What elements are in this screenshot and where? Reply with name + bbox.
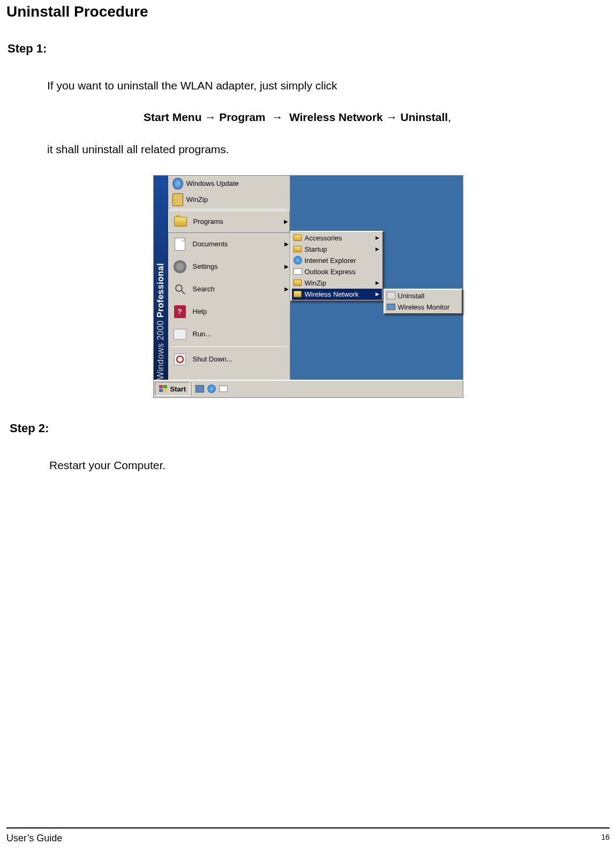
- menu-label: Help: [193, 307, 290, 315]
- screenshot-start-menu: Windows 2000 Professional Windows Update…: [153, 175, 463, 398]
- submenu-item-accessories[interactable]: Accessories ▶: [292, 232, 382, 244]
- step2-heading: Step 2:: [10, 421, 610, 435]
- menu-label: Windows Update: [186, 179, 290, 187]
- outlook-icon: [293, 267, 303, 276]
- winzip-icon: [172, 194, 183, 205]
- menu-label: Programs: [193, 217, 283, 225]
- svg-rect-2: [159, 385, 163, 388]
- svg-point-0: [176, 285, 182, 291]
- nav-part-program: Program: [219, 111, 265, 123]
- submenu-label: Accessories: [305, 234, 375, 242]
- menu-label: Settings: [193, 262, 283, 270]
- svg-line-1: [182, 291, 185, 294]
- menu-item-programs[interactable]: Programs ▶: [168, 210, 290, 233]
- menu-label: Documents: [193, 240, 283, 248]
- help-icon: ?: [172, 304, 187, 319]
- menu-item-help[interactable]: ? Help: [168, 300, 290, 323]
- run-icon: [172, 327, 187, 342]
- submenu-label: Wireless Network: [305, 290, 375, 298]
- submenu-arrow-icon: ▶: [375, 280, 381, 285]
- svg-rect-5: [163, 389, 167, 392]
- arrow-icon: →: [386, 111, 397, 123]
- submenu-label: Startup: [305, 245, 375, 253]
- folder-icon: [293, 290, 303, 298]
- windows-flag-icon: [159, 385, 168, 393]
- menu-item-run[interactable]: Run...: [168, 323, 290, 345]
- wireless-network-submenu: Uninstall Wireless Monitor: [384, 289, 463, 314]
- svg-rect-3: [163, 385, 167, 388]
- folder-icon: [173, 214, 188, 229]
- step1-line3: it shall uninstall all related programs.: [47, 142, 610, 156]
- start-menu-column: Windows Update WinZip Programs ▶ Documen…: [168, 176, 290, 380]
- shutdown-icon: [172, 352, 187, 367]
- banner-edition: Professional: [156, 263, 165, 318]
- menu-separator: [170, 346, 288, 347]
- submenu-label: WinZip: [305, 279, 375, 287]
- page-number: 16: [601, 833, 610, 844]
- menu-item-search[interactable]: Search ▶: [168, 278, 290, 300]
- submenu-item-wireless-network[interactable]: Wireless Network ▶: [292, 289, 382, 300]
- submenu-arrow-icon: ▶: [375, 246, 381, 252]
- submenu-item-outlook-express[interactable]: Outlook Express: [292, 266, 382, 277]
- taskbar-separator: [191, 382, 192, 395]
- svg-rect-4: [159, 389, 163, 392]
- step1-line1: If you want to uninstall the WLAN adapte…: [47, 78, 610, 93]
- submenu-item-winzip[interactable]: WinZip ▶: [292, 277, 382, 289]
- submenu-arrow-icon: ▶: [375, 235, 381, 240]
- menu-item-documents[interactable]: Documents ▶: [168, 233, 290, 255]
- menu-label: Shut Down...: [193, 355, 290, 363]
- monitor-icon: [386, 303, 396, 311]
- menu-label: Run...: [193, 330, 290, 338]
- submenu-label: Uninstall: [398, 292, 460, 300]
- folder-icon: [293, 233, 303, 242]
- submenu-item-uninstall[interactable]: Uninstall: [385, 290, 461, 302]
- menu-item-winzip[interactable]: WinZip: [168, 192, 290, 208]
- submenu-item-startup[interactable]: Startup ▶: [292, 244, 382, 255]
- submenu-label: Outlook Express: [305, 268, 381, 276]
- submenu-arrow-icon: ▶: [283, 263, 290, 269]
- step1-heading: Step 1:: [7, 42, 610, 56]
- nav-part-uninstall: Uninstall: [400, 111, 448, 123]
- menu-label: WinZip: [186, 195, 290, 204]
- submenu-label: Internet Explorer: [305, 257, 381, 265]
- ie-quicklaunch-icon[interactable]: [207, 384, 216, 394]
- page-title: Uninstall Procedure: [6, 3, 610, 20]
- page-footer: User’s Guide 16: [6, 827, 610, 844]
- programs-submenu: Accessories ▶ Startup ▶ Internet Explore…: [290, 231, 384, 302]
- step1-nav-path: Start Menu → Program → Wireless Network …: [0, 111, 610, 124]
- outlook-quicklaunch-icon[interactable]: [219, 384, 228, 394]
- submenu-item-internet-explorer[interactable]: Internet Explorer: [292, 255, 382, 266]
- menu-label: Search: [193, 285, 283, 293]
- arrow-icon: →: [205, 111, 216, 123]
- folder-icon: [293, 245, 303, 253]
- menu-item-shutdown[interactable]: Shut Down...: [168, 348, 290, 371]
- menu-item-windows-update[interactable]: Windows Update: [168, 176, 290, 192]
- show-desktop-icon[interactable]: [195, 384, 205, 394]
- uninstall-icon: [386, 291, 396, 300]
- submenu-arrow-icon: ▶: [283, 218, 289, 224]
- submenu-arrow-icon: ▶: [283, 286, 290, 292]
- start-label: Start: [170, 385, 186, 393]
- nav-part-start: Start Menu: [144, 111, 202, 123]
- document-icon: [172, 237, 187, 252]
- taskbar: Start: [154, 380, 463, 397]
- windows-banner: Windows 2000 Professional: [154, 176, 168, 380]
- search-icon: [172, 282, 187, 297]
- menu-separator: [170, 209, 288, 209]
- start-button[interactable]: Start: [155, 382, 190, 396]
- folder-icon: [293, 278, 303, 287]
- step2-line1: Restart your Computer.: [49, 458, 610, 472]
- ie-icon: [293, 256, 303, 265]
- submenu-arrow-icon: ▶: [375, 291, 381, 297]
- submenu-item-wireless-monitor[interactable]: Wireless Monitor: [385, 302, 461, 313]
- footer-left: User’s Guide: [6, 833, 62, 844]
- banner-os-name: Windows 2000: [156, 320, 165, 380]
- submenu-arrow-icon: ▶: [283, 241, 290, 247]
- menu-item-settings[interactable]: Settings ▶: [168, 255, 290, 278]
- arrow-icon: →: [272, 111, 283, 123]
- submenu-label: Wireless Monitor: [398, 303, 460, 311]
- globe-icon: [172, 178, 183, 189]
- gear-icon: [172, 259, 187, 274]
- nav-part-wireless: Wireless Network: [289, 111, 383, 123]
